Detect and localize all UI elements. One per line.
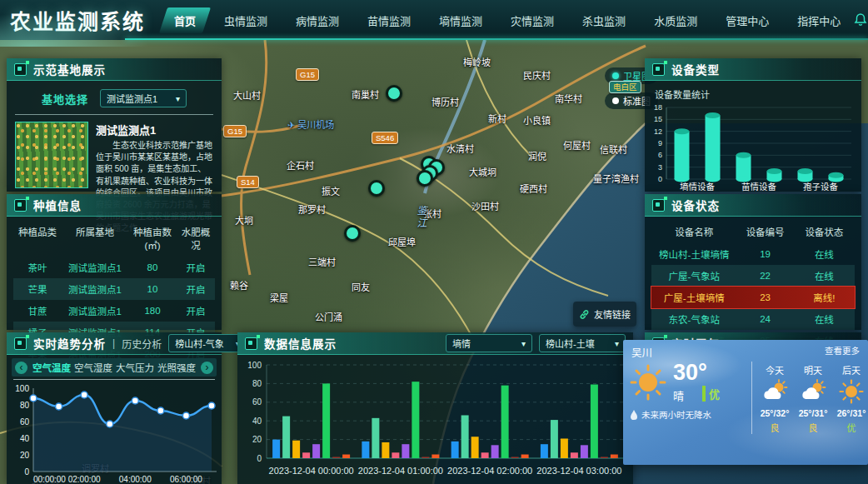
- panel-icon: [652, 199, 665, 212]
- current-temp: 30°: [673, 362, 720, 384]
- svg-text:02:00:00: 02:00:00: [68, 475, 101, 484]
- link-icon: [579, 309, 590, 320]
- trend-station-select[interactable]: 榜山村-气象: [168, 334, 247, 352]
- top-navbar: 农业监测系统 首页虫情监测病情监测苗情监测墒情监测灾情监测杀虫监测水质监测管理中…: [0, 0, 868, 40]
- rice-photo: [15, 122, 88, 188]
- table-cell: 测试监测点1: [62, 261, 128, 274]
- device-type-panel: 设备类型 设备数量统计 0369121518墒情设备苗情设备孢子设备: [645, 58, 861, 192]
- tab-空气温度[interactable]: 空气温度: [31, 361, 72, 374]
- nav-item-杀虫监测[interactable]: 杀虫监测: [570, 7, 638, 34]
- air-quality: 优: [702, 386, 720, 402]
- data-station-select[interactable]: 榜山村-土壤: [539, 334, 626, 352]
- device-bar-chart: 0369121518墒情设备苗情设备孢子设备: [646, 102, 856, 192]
- map-marker[interactable]: [386, 85, 402, 102]
- svg-text:9: 9: [658, 139, 662, 147]
- trend-line-chart: 02040608010000:00:0002:00:0004:00:0006:0…: [8, 382, 218, 484]
- nav-item-管理中心[interactable]: 管理中心: [713, 7, 781, 34]
- svg-text:20: 20: [252, 435, 262, 444]
- chevron-down-icon: [521, 338, 526, 348]
- tab-空气湿度[interactable]: 空气湿度: [72, 361, 114, 374]
- table-row: 榜山村-土壤墒情19在线: [651, 243, 855, 265]
- svg-text:12: 12: [654, 127, 662, 136]
- table-cell: 在线: [794, 247, 855, 261]
- table-cell: 开启: [177, 282, 215, 296]
- table-cell: 广屋-气象站: [651, 269, 736, 282]
- see-more-link[interactable]: 查看更多: [825, 344, 860, 360]
- table-cell: 在线: [794, 312, 855, 326]
- table-row: 广屋-气象站22在线: [651, 265, 855, 287]
- trend-select-value: 榜山村-气象: [175, 337, 224, 350]
- svg-text:墒情设备: 墒情设备: [680, 182, 715, 192]
- bell-icon[interactable]: [853, 12, 868, 27]
- svg-text:15: 15: [654, 115, 662, 123]
- panel-icon: [14, 199, 27, 212]
- table-cell: 80: [128, 262, 177, 272]
- table-cell: 在线: [794, 269, 855, 282]
- map-marker[interactable]: [368, 180, 385, 197]
- column-header: 种植亩数(㎡): [128, 225, 177, 252]
- history-link[interactable]: 历史分析: [122, 337, 162, 351]
- forecast: 今天25°/32°良明天25°/31°良后天26°/31°优: [752, 362, 868, 434]
- precip-forecast: 未来两小时无降水: [641, 408, 711, 421]
- nav-item-墒情监测[interactable]: 墒情监测: [427, 7, 495, 34]
- radio-unselected-icon: [612, 97, 619, 104]
- forecast-day-label: 今天: [766, 363, 784, 377]
- nav-item-灾情监测[interactable]: 灾情监测: [498, 7, 566, 34]
- raindrop-icon: [630, 410, 638, 420]
- sunny-icon: [839, 379, 864, 406]
- base-panel: 示范基地展示 基地选择 测试监测点1 测试监测点1 生态农业科技示范推广基地位于…: [7, 58, 222, 192]
- tab-光照强度[interactable]: 光照强度: [156, 361, 197, 374]
- map-marker[interactable]: [417, 170, 433, 187]
- current-condition: 晴: [673, 387, 684, 403]
- nav-right: 16:32:10 wuchuan@test: [853, 12, 868, 27]
- dashboard: 梅岭坡民庆村大山村南巢村博历村南华村新村小良镇水清村企石村何屋村信联村润倪大城坰…: [0, 0, 868, 484]
- panel-icon: [14, 337, 27, 350]
- svg-text:00:00:00: 00:00:00: [33, 475, 66, 484]
- sun-icon: [630, 364, 666, 401]
- data-type-select[interactable]: 墒情: [446, 334, 532, 352]
- next-arrow-icon[interactable]: [201, 362, 213, 374]
- table-cell: 10: [128, 284, 177, 294]
- table-row: 广屋-土壤墒情23离线!: [651, 287, 855, 308]
- forecast-temp: 25°/31°: [799, 408, 828, 418]
- app-title: 农业监测系统: [0, 5, 162, 35]
- friend-links-button[interactable]: 友情链接: [573, 302, 636, 327]
- table-row: 茶叶测试监测点180开启: [13, 257, 215, 278]
- table-row: 甘蔗测试监测点1180开启: [13, 300, 215, 322]
- table-cell: 东农-气象站: [651, 312, 736, 326]
- prev-arrow-icon[interactable]: [15, 362, 27, 374]
- base-select[interactable]: 测试监测点1: [100, 89, 187, 107]
- tab-大气压力[interactable]: 大气压力: [114, 361, 156, 374]
- nav-item-病情监测[interactable]: 病情监测: [283, 7, 352, 34]
- nav-item-苗情监测[interactable]: 苗情监测: [355, 7, 423, 34]
- column-header: 种植品类: [13, 225, 62, 252]
- table-cell: 广屋-土壤墒情: [651, 291, 736, 304]
- table-cell: 榜山村-土壤墒情: [651, 247, 736, 261]
- trend-tabs: 空气温度空气湿度大气压力光照强度: [31, 361, 197, 374]
- base-panel-title: 示范基地展示: [33, 61, 106, 77]
- device-status-header: 设备状态: [645, 194, 861, 217]
- device-status-title: 设备状态: [671, 197, 720, 213]
- svg-text:0: 0: [24, 467, 29, 477]
- svg-text:18: 18: [654, 103, 662, 112]
- trend-panel-header: 实时趋势分析 | 历史分析 榜山村-气象: [7, 332, 222, 355]
- nav-item-指挥中心[interactable]: 指挥中心: [785, 7, 853, 34]
- table-cell: 19: [736, 249, 793, 259]
- svg-text:04:00:00: 04:00:00: [119, 475, 152, 484]
- nav-item-虫情监测[interactable]: 虫情监测: [212, 7, 280, 34]
- forecast-temp: 25°/32°: [761, 408, 790, 418]
- table-row: 东农-气象站24在线: [651, 308, 855, 330]
- nav-item-首页[interactable]: 首页: [162, 7, 208, 34]
- map-marker[interactable]: [344, 225, 361, 242]
- weather-widget: 吴川 查看更多 30°: [623, 340, 868, 465]
- nav-item-水质监测[interactable]: 水质监测: [641, 7, 710, 34]
- column-header: 所属基地: [62, 225, 128, 252]
- svg-text:0: 0: [257, 454, 262, 463]
- panel-icon: [652, 63, 665, 76]
- data-panel-header: 数据信息展示 墒情 榜山村-土壤: [237, 332, 633, 355]
- table-cell: 离线!: [794, 291, 855, 304]
- data-type-value: 墒情: [452, 337, 471, 350]
- device-status-panel: 设备状态 设备名称设备编号设备状态榜山村-土壤墒情19在线广屋-气象站22在线广…: [645, 194, 861, 330]
- base-select-value: 测试监测点1: [107, 92, 157, 105]
- friend-links-label: 友情链接: [594, 307, 631, 321]
